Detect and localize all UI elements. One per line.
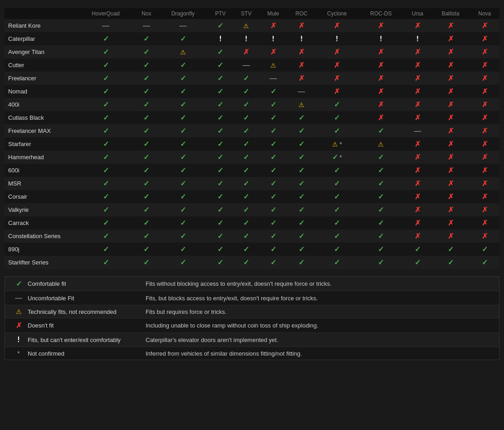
cell: ✓ bbox=[134, 137, 158, 151]
cell: ✓ bbox=[134, 45, 158, 59]
cell: ✓ bbox=[207, 230, 233, 243]
cell: ✓ bbox=[158, 32, 207, 45]
cell: ✓ bbox=[233, 164, 259, 177]
legend-row: ✗Doesn't fitIncluding unable to close ra… bbox=[5, 318, 499, 333]
cell: ✓ bbox=[233, 203, 259, 216]
cell: ✓ bbox=[207, 72, 233, 85]
table-row: Corsair✓✓✓✓✓✓✓✓✓✗✗✗ bbox=[5, 190, 499, 203]
cell: ✗ bbox=[431, 45, 470, 59]
cell: ✓ bbox=[287, 137, 316, 151]
cell: ✗ bbox=[470, 190, 499, 203]
cell: ✓ bbox=[77, 151, 134, 164]
cell: ✓ bbox=[287, 151, 316, 164]
legend-desc: Caterpillar's elevator doors aren't impl… bbox=[146, 337, 279, 343]
legend-row: —Uncomfortable FitFits, but blocks acces… bbox=[5, 291, 499, 305]
cell: ✓ bbox=[358, 216, 404, 230]
table-row: Constellation Series✓✓✓✓✓✓✓✓✓✗✗✗ bbox=[5, 230, 499, 243]
cell: ✗ bbox=[404, 137, 431, 151]
cell: ✗ bbox=[470, 216, 499, 230]
ship-name: 400i bbox=[5, 98, 77, 111]
legend-desc: Fits but requires force or tricks. bbox=[146, 308, 226, 315]
cell: ✗ bbox=[316, 45, 358, 59]
legend-icon: ⚠ bbox=[10, 308, 28, 315]
cell: ✓ bbox=[316, 124, 358, 137]
cell: ✓ bbox=[316, 111, 358, 124]
cell: ✓ bbox=[134, 177, 158, 190]
cell: ✓ bbox=[158, 85, 207, 98]
cell: ✓ bbox=[207, 177, 233, 190]
cell: ✗ bbox=[470, 111, 499, 124]
column-header-nox: Nox bbox=[134, 8, 158, 19]
column-header-hoverquad: HoverQuad bbox=[77, 8, 134, 19]
column-header-cyclone: Cyclone bbox=[316, 8, 358, 19]
cell: ✓ bbox=[77, 45, 134, 59]
cell: ✓ bbox=[77, 32, 134, 45]
cell: ✓ bbox=[358, 177, 404, 190]
cell: ✓ bbox=[287, 190, 316, 203]
cell: ✓ bbox=[233, 177, 259, 190]
cell: ✗ bbox=[404, 151, 431, 164]
cell: ✓ bbox=[316, 190, 358, 203]
cell: — bbox=[134, 19, 158, 32]
cell: ✓ bbox=[358, 124, 404, 137]
cell: ✗ bbox=[404, 59, 431, 72]
cell: ✓ bbox=[134, 190, 158, 203]
ship-name: Cutlass Black bbox=[5, 111, 77, 124]
cell: ✓ bbox=[259, 216, 287, 230]
cell: ✓ bbox=[77, 203, 134, 216]
cell: ✗ bbox=[404, 216, 431, 230]
cell: ⚠ bbox=[287, 98, 316, 111]
cell: ✓ bbox=[316, 256, 358, 269]
cell: ✗ bbox=[358, 19, 404, 32]
column-header-stv: STV bbox=[233, 8, 259, 19]
cell: ✓ bbox=[134, 256, 158, 269]
column-header-nova: Nova bbox=[470, 8, 499, 19]
cell: ✓ bbox=[134, 72, 158, 85]
cell: ✓ bbox=[233, 98, 259, 111]
cell: ✓ bbox=[316, 177, 358, 190]
ship-name: 600i bbox=[5, 164, 77, 177]
legend-icon: * bbox=[10, 350, 28, 357]
cell: ✓ bbox=[207, 124, 233, 137]
cell: ✓ bbox=[259, 98, 287, 111]
cell: ✗ bbox=[404, 111, 431, 124]
legend-row: ⚠Technically fits, not recommendedFits b… bbox=[5, 305, 499, 318]
legend-row: !Fits, but can't enter/exit comfortablyC… bbox=[5, 333, 499, 347]
table-row: Carrack✓✓✓✓✓✓✓✓✓✗✗✗ bbox=[5, 216, 499, 230]
table-row: Valkyrie✓✓✓✓✓✓✓✓✓✗✗✗ bbox=[5, 203, 499, 216]
ship-name: Corsair bbox=[5, 190, 77, 203]
legend-label: Comfortable fit bbox=[28, 280, 146, 287]
cell: ✓ bbox=[259, 151, 287, 164]
column-header-roc: ROC bbox=[287, 8, 316, 19]
cell: ✓ bbox=[158, 177, 207, 190]
cell: ✓ bbox=[233, 151, 259, 164]
column-header-roc-ds: ROC-DS bbox=[358, 8, 404, 19]
legend-section: ✓Comfortable fitFits without blocking ac… bbox=[5, 276, 499, 360]
cell: ✓ bbox=[358, 256, 404, 269]
ship-name: Valkyrie bbox=[5, 203, 77, 216]
cell: ✓ bbox=[158, 164, 207, 177]
cell: ✗ bbox=[404, 45, 431, 59]
legend-desc: Inferred from vehicles of similar dimens… bbox=[146, 350, 302, 357]
cell: ✗ bbox=[431, 137, 470, 151]
cell: ✓ bbox=[77, 190, 134, 203]
cell: ✗ bbox=[358, 111, 404, 124]
cell: — bbox=[233, 59, 259, 72]
cell: ✗ bbox=[358, 98, 404, 111]
table-row: Starlifter Series✓✓✓✓✓✓✓✓✓✓✓✓ bbox=[5, 256, 499, 269]
legend-label: Fits, but can't enter/exit comfortably bbox=[28, 337, 146, 343]
cell: ⚠ bbox=[259, 59, 287, 72]
legend-icon: ✗ bbox=[10, 321, 28, 330]
cell: ✓ bbox=[207, 216, 233, 230]
cell: ✓ bbox=[134, 151, 158, 164]
legend-label: Technically fits, not recommended bbox=[28, 308, 146, 315]
cell: ✓ bbox=[358, 230, 404, 243]
ship-name: 890j bbox=[5, 243, 77, 256]
cell: ✓ bbox=[316, 164, 358, 177]
ship-name: Constellation Series bbox=[5, 230, 77, 243]
cell: ✓ bbox=[77, 98, 134, 111]
cell: ✗ bbox=[431, 98, 470, 111]
legend-row: *Not confirmedInferred from vehicles of … bbox=[5, 347, 499, 360]
cell: ✗ bbox=[287, 19, 316, 32]
cell: ✗ bbox=[404, 230, 431, 243]
